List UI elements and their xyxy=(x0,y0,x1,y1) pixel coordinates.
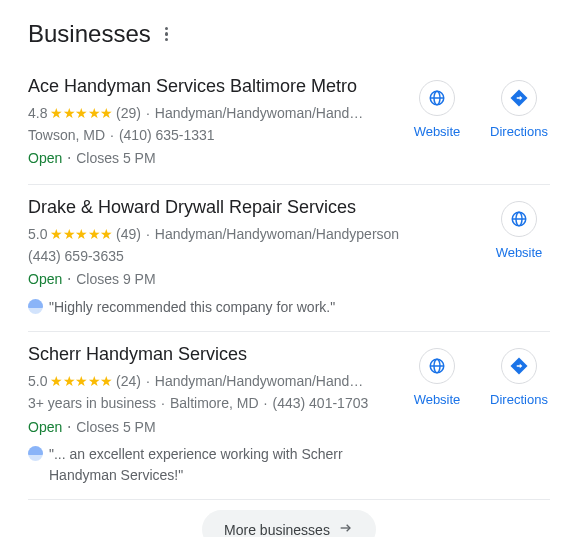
open-status: Open xyxy=(28,269,62,291)
avatar-icon xyxy=(28,299,43,314)
directions-icon xyxy=(501,80,537,116)
website-button[interactable]: Website xyxy=(488,201,550,260)
review-count: (29) xyxy=(116,103,141,125)
directions-button[interactable]: Directions xyxy=(488,348,550,407)
category: Handyman/Handywoman/Hand… xyxy=(155,103,364,125)
action-buttons: Website xyxy=(488,197,550,317)
business-listing[interactable]: Ace Handyman Services Baltimore Metro4.8… xyxy=(28,64,550,185)
phone: (443) 659-3635 xyxy=(28,246,124,268)
review-snippet: "Highly recommended this company for wor… xyxy=(28,297,480,317)
meta-line-1: 5.0 ★★★★★ (24)·Handyman/Handywoman/Hand… xyxy=(28,371,398,393)
review-snippet: "... an excellent experience working wit… xyxy=(28,444,398,485)
more-row: More businesses xyxy=(28,499,550,537)
closes-text: Closes 9 PM xyxy=(76,269,155,291)
star-icon: ★★★★★ xyxy=(50,371,113,393)
website-button[interactable]: Website xyxy=(406,348,468,407)
business-name: Ace Handyman Services Baltimore Metro xyxy=(28,76,398,97)
more-label: More businesses xyxy=(224,522,330,537)
more-options-icon[interactable] xyxy=(161,23,173,46)
review-count: (49) xyxy=(116,224,141,246)
category: Handyman/Handywoman/Hand… xyxy=(155,371,364,393)
directions-label: Directions xyxy=(490,392,548,407)
website-button[interactable]: Website xyxy=(406,80,468,139)
review-count: (24) xyxy=(116,371,141,393)
website-label: Website xyxy=(496,245,543,260)
website-label: Website xyxy=(414,392,461,407)
years-in-business: 3+ years in business xyxy=(28,393,156,415)
business-name: Drake & Howard Drywall Repair Services xyxy=(28,197,480,218)
avatar-icon xyxy=(28,446,43,461)
open-status: Open xyxy=(28,417,62,439)
section-title: Businesses xyxy=(28,20,151,48)
location: Towson, MD xyxy=(28,125,105,147)
category: Handyman/Handywoman/Handyperson xyxy=(155,224,399,246)
closes-text: Closes 5 PM xyxy=(76,148,155,170)
meta-line-2: 3+ years in business·Baltimore, MD·(443)… xyxy=(28,393,398,415)
action-buttons: WebsiteDirections xyxy=(406,76,550,170)
business-listing[interactable]: Scherr Handyman Services5.0 ★★★★★ (24)·H… xyxy=(28,332,550,499)
meta-line-2: Towson, MD·(410) 635-1331 xyxy=(28,125,398,147)
business-name: Scherr Handyman Services xyxy=(28,344,398,365)
directions-button[interactable]: Directions xyxy=(488,80,550,139)
meta-line-1: 5.0 ★★★★★ (49)·Handyman/Handywoman/Handy… xyxy=(28,224,480,246)
hours: Open ⋅ Closes 5 PM xyxy=(28,417,398,439)
location: Baltimore, MD xyxy=(170,393,259,415)
directions-icon xyxy=(501,348,537,384)
closes-text: Closes 5 PM xyxy=(76,417,155,439)
website-label: Website xyxy=(414,124,461,139)
star-icon: ★★★★★ xyxy=(50,224,113,246)
star-icon: ★★★★★ xyxy=(50,103,113,125)
more-businesses-button[interactable]: More businesses xyxy=(202,510,376,537)
globe-icon xyxy=(419,348,455,384)
directions-label: Directions xyxy=(490,124,548,139)
review-text: "... an excellent experience working wit… xyxy=(49,444,398,485)
rating-value: 5.0 xyxy=(28,371,47,393)
rating-value: 5.0 xyxy=(28,224,47,246)
arrow-right-icon xyxy=(338,520,354,537)
globe-icon xyxy=(419,80,455,116)
action-buttons: WebsiteDirections xyxy=(406,344,550,485)
hours: Open ⋅ Closes 5 PM xyxy=(28,148,398,170)
review-text: "Highly recommended this company for wor… xyxy=(49,297,335,317)
globe-icon xyxy=(501,201,537,237)
rating-value: 4.8 xyxy=(28,103,47,125)
meta-line-1: 4.8 ★★★★★ (29)·Handyman/Handywoman/Hand… xyxy=(28,103,398,125)
hours: Open ⋅ Closes 9 PM xyxy=(28,269,480,291)
meta-line-phone: (443) 659-3635 xyxy=(28,246,480,268)
open-status: Open xyxy=(28,148,62,170)
phone: (443) 401-1703 xyxy=(273,393,369,415)
business-listing[interactable]: Drake & Howard Drywall Repair Services5.… xyxy=(28,185,550,332)
phone: (410) 635-1331 xyxy=(119,125,215,147)
